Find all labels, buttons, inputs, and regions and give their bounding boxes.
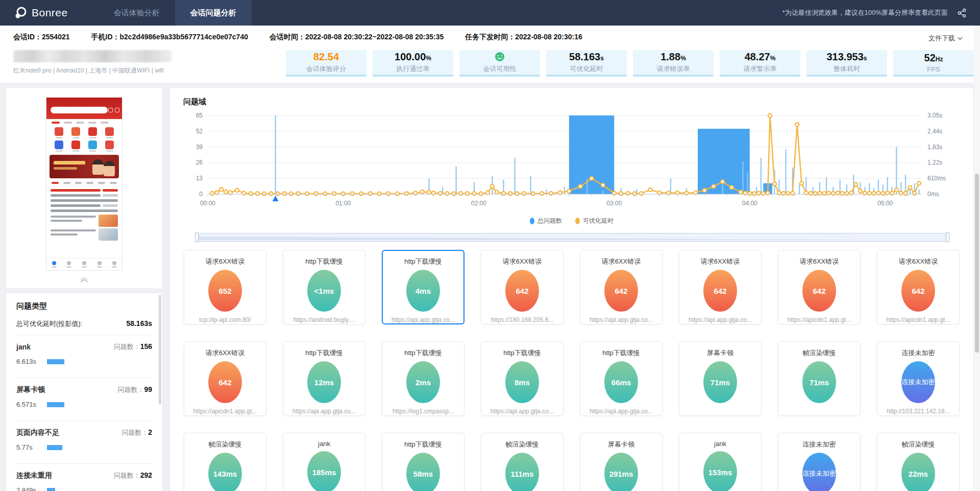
legend-item[interactable]: 可优化延时 (575, 217, 614, 225)
svg-text:1.22s: 1.22s (927, 159, 942, 166)
issue-card[interactable]: 请求6XX错误642https://api.app.gtja.co... (679, 250, 762, 324)
issue-card[interactable]: jank153ms (679, 433, 762, 491)
issue-type: 帧渲染缓慢 (209, 440, 242, 449)
problem-type-item[interactable]: 页面内容不足问题数：25.77s (16, 420, 152, 457)
issue-url: https://api.app.gtja.co... (590, 316, 653, 323)
issue-card[interactable]: 请求6XX错误642https://apicdn1.app.gt... (877, 250, 960, 324)
issue-bubble: 58ms (406, 453, 440, 491)
issue-url: https://api.app.gtja.co... (689, 316, 752, 323)
problem-type-count: 问题数：156 (114, 342, 152, 352)
session-fields: 会话ID：2554021手机ID：b2c2d4986e9a33b5677714c… (13, 33, 582, 42)
problem-type-item[interactable]: 连接未重用问题数：2922.849s (16, 463, 152, 491)
metric-card: 100.00%执行通过率 (373, 50, 453, 77)
issue-type: 屏幕卡顿 (707, 348, 733, 358)
metric-card: 会话可用性 (459, 50, 540, 77)
datazoom-handle-left[interactable] (195, 232, 199, 242)
metric-label: 会话体验评分 (306, 64, 346, 74)
issue-card[interactable]: 帧渲染缓慢22ms (877, 433, 960, 491)
issue-card[interactable]: 屏幕卡顿71ms (679, 341, 762, 416)
issue-url: https://180.168.205.6... (491, 316, 554, 323)
issue-card[interactable]: 请求6XX错误642https://api.app.gtja.co... (580, 250, 663, 324)
share-icon[interactable] (957, 8, 967, 18)
page-scrollbar-thumb[interactable] (975, 174, 979, 353)
issue-bubble: 153ms (703, 451, 737, 491)
problem-type-bar (47, 402, 64, 407)
metric-card: 313.953s整体耗时 (806, 50, 887, 77)
metric-label: 请求错误率 (657, 64, 690, 74)
issue-type: http下载缓慢 (602, 348, 640, 358)
problem-domain-chart: 00ms13610ms261.22s391.83s522.44s653.05s0… (183, 108, 959, 215)
issue-card[interactable]: 连接未加密连接未加密http://103.221.142.18... (877, 341, 960, 416)
problem-type-title: 问题类型 (16, 301, 152, 311)
issue-bubble: 642 (703, 270, 737, 312)
issue-type: 帧渲染缓慢 (506, 440, 539, 449)
issue-type: jank (318, 440, 330, 448)
datazoom-slider[interactable] (197, 233, 948, 242)
issue-card[interactable]: http下载缓慢12mshttps://api.app.gtja.co... (283, 341, 365, 416)
issue-bubble: 642 (505, 270, 539, 312)
issue-type: jank (714, 440, 726, 448)
svg-text:2.44s: 2.44s (927, 128, 942, 135)
issue-card[interactable]: http下载缓慢2mshttps://log1.cmpassp... (382, 341, 464, 416)
problem-type-duration: 2.849s (16, 486, 40, 491)
collapse-screenshot-button[interactable] (6, 276, 162, 285)
metric-card: 58.163s可优化延时 (546, 50, 627, 77)
issue-bubble: 连接未加密 (802, 453, 836, 491)
issue-bubble: 12ms (307, 361, 341, 403)
issue-card-selected[interactable]: http下载缓慢4mshttps://api.app.gtja.co... (382, 250, 464, 324)
issue-card[interactable]: 屏幕卡顿291ms (580, 433, 663, 491)
problem-type-bar (47, 359, 64, 364)
sidebar-scrollbar[interactable] (159, 295, 161, 405)
issue-card[interactable]: 帧渲染缓慢143ms (184, 433, 266, 491)
problem-type-duration: 6.613s (16, 358, 40, 365)
issue-card[interactable]: jank185ms (283, 433, 365, 491)
issue-type: 请求6XX错误 (206, 257, 245, 266)
problem-type-name: 连接未重用 (16, 471, 52, 480)
legend-label: 总问题数 (537, 217, 562, 225)
issue-card[interactable]: http下载缓慢<1mshttps://android.bugly.... (283, 250, 365, 324)
file-download-button[interactable]: 文件下载 (928, 34, 963, 43)
metric-label: 请求警示率 (744, 64, 777, 74)
datazoom-handle-right[interactable] (946, 232, 949, 242)
nav-tab-problem[interactable]: 会话问题分析 (175, 0, 252, 26)
problem-type-list: jank问题数：1566.613s屏幕卡顿问题数：996.571s页面内容不足问… (16, 335, 152, 491)
nav-tab-experience[interactable]: 会话体验分析 (99, 0, 175, 26)
bonree-logo-icon (14, 6, 28, 19)
issue-type: 请求6XX错误 (602, 257, 641, 266)
issue-card[interactable]: 请求6XX错误652tcp://ip-api.com:80/ (184, 250, 266, 324)
svg-text:13: 13 (196, 175, 203, 182)
problem-type-count: 问题数：99 (117, 385, 152, 394)
metric-label: 会话可用性 (483, 64, 517, 74)
issue-card[interactable]: 连接未加密连接未加密 (778, 433, 861, 491)
session-field: 任务下发时间：2022-08-08 20:30:16 (465, 33, 582, 42)
legend-item[interactable]: 总问题数 (530, 217, 562, 225)
issue-card[interactable]: 请求6XX错误642https://apicdn1.app.gt... (778, 250, 861, 324)
issue-bubble: 4ms (406, 270, 440, 312)
issue-card[interactable]: 请求6XX错误642https://180.168.205.6... (481, 250, 564, 324)
metric-label: 整体耗时 (834, 64, 860, 74)
issue-card[interactable]: http下载缓慢58ms (382, 433, 464, 491)
svg-text:00:00: 00:00 (200, 200, 215, 207)
svg-text:39: 39 (196, 144, 203, 151)
phone-bottom-nav (46, 258, 122, 270)
issue-bubble: 66ms (604, 361, 638, 403)
metric-card: 1.88%请求错误率 (633, 50, 714, 77)
issue-bubble: 111ms (505, 453, 539, 491)
problem-type-item[interactable]: 屏幕卡顿问题数：996.571s (16, 378, 152, 414)
problem-type-item[interactable]: jank问题数：1566.613s (16, 335, 152, 371)
issue-type: 请求6XX错误 (800, 257, 839, 266)
session-field: 会话ID：2554021 (13, 33, 70, 42)
chart-title: 问题域 (183, 97, 206, 107)
issue-card[interactable]: 请求6XX错误642https://apicdn1.app.gt... (184, 341, 266, 416)
phone-news-list (46, 187, 122, 212)
issue-card[interactable]: 帧渲染缓慢71ms (778, 341, 861, 416)
panel-divider (6, 288, 162, 293)
issue-type: http下载缓慢 (503, 348, 541, 358)
issue-card[interactable]: http下载缓慢8mshttps://api.app.gtja.co... (481, 341, 564, 416)
issue-bubble: 8ms (505, 361, 539, 403)
problem-type-count: 问题数：292 (114, 471, 152, 480)
issue-card[interactable]: 帧渲染缓慢111ms (481, 433, 564, 491)
svg-text:610ms: 610ms (927, 175, 946, 182)
issue-card[interactable]: http下载缓慢66mshttps://api.app.gtja.co... (580, 341, 663, 416)
svg-text:01:00: 01:00 (335, 200, 351, 207)
